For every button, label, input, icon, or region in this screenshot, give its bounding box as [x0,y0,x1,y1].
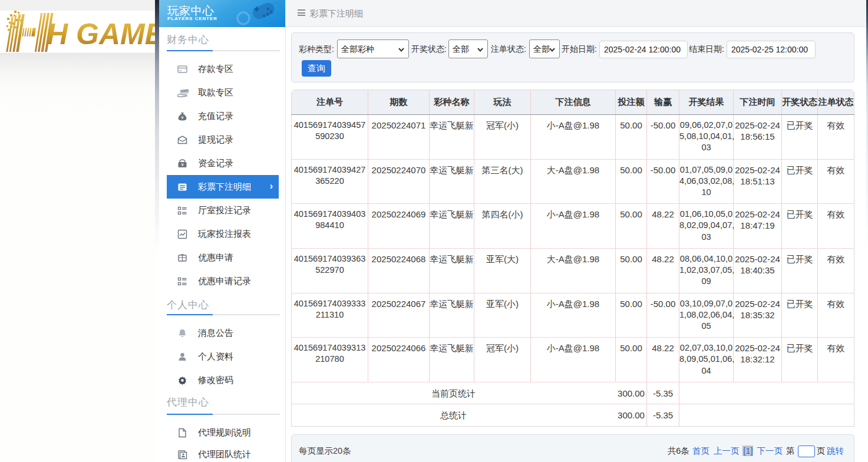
svg-text:H GAME: H GAME [47,18,158,51]
svg-text:¥: ¥ [181,116,184,120]
